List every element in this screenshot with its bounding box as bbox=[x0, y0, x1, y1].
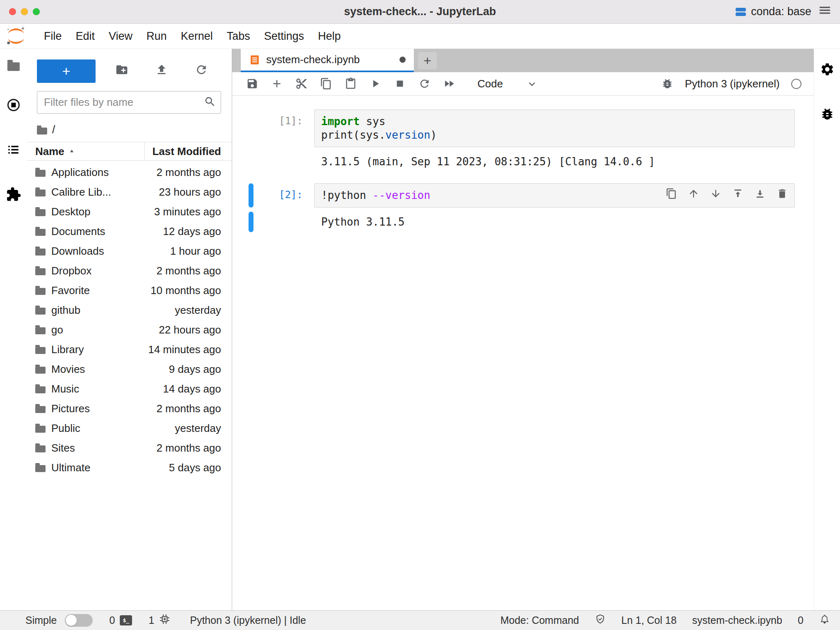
code-editor[interactable]: !python --version bbox=[314, 183, 795, 208]
file-row[interactable]: Music14 days ago bbox=[27, 379, 232, 399]
upload-button[interactable] bbox=[155, 63, 168, 79]
menu-settings[interactable]: Settings bbox=[257, 30, 311, 43]
column-header-modified[interactable]: Last Modified bbox=[152, 145, 221, 158]
file-row[interactable]: Desktop3 minutes ago bbox=[27, 202, 232, 221]
sidebar-tab-debugger[interactable] bbox=[820, 107, 835, 124]
hamburger-menu-button[interactable] bbox=[818, 3, 832, 20]
sidebar-tab-filebrowser[interactable] bbox=[7, 60, 20, 71]
move-cell-down-button[interactable] bbox=[710, 188, 721, 202]
menu-tabs[interactable]: Tabs bbox=[220, 30, 257, 43]
insert-cell-above-button[interactable] bbox=[732, 188, 744, 202]
conda-icon bbox=[735, 6, 747, 18]
move-cell-up-button[interactable] bbox=[688, 188, 699, 202]
folder-icon bbox=[35, 367, 46, 374]
cell-collapser[interactable] bbox=[249, 110, 253, 147]
kernel-status-text[interactable]: Python 3 (ipykernel) | Idle bbox=[190, 614, 306, 626]
new-folder-button[interactable] bbox=[115, 63, 128, 79]
output-collapser[interactable] bbox=[249, 151, 253, 172]
filter-files-input[interactable] bbox=[37, 91, 221, 114]
folder-icon bbox=[35, 465, 46, 472]
zoom-window-button[interactable] bbox=[33, 8, 40, 15]
new-launcher-button[interactable]: + bbox=[37, 59, 96, 83]
file-row[interactable]: githubyesterday bbox=[27, 300, 232, 320]
menu-edit[interactable]: Edit bbox=[69, 30, 102, 43]
conda-env-badge[interactable]: conda: base bbox=[735, 5, 811, 18]
folder-icon bbox=[35, 189, 46, 196]
file-row[interactable]: Pictures2 months ago bbox=[27, 399, 232, 418]
menu-kernel[interactable]: Kernel bbox=[174, 30, 220, 43]
notebook-file-icon bbox=[249, 54, 260, 66]
new-tab-button[interactable]: + bbox=[418, 52, 437, 69]
bell-icon[interactable] bbox=[819, 614, 830, 627]
minimize-window-button[interactable] bbox=[21, 8, 28, 15]
notification-count[interactable]: 0 bbox=[798, 614, 803, 626]
save-button[interactable] bbox=[246, 78, 258, 90]
delete-cell-button[interactable] bbox=[776, 188, 788, 202]
file-modified: yesterday bbox=[175, 304, 221, 317]
menu-help[interactable]: Help bbox=[311, 30, 348, 43]
gear-icon bbox=[820, 62, 835, 77]
file-row[interactable]: go22 hours ago bbox=[27, 320, 232, 340]
sidebar-tab-property-inspector[interactable] bbox=[820, 62, 835, 80]
file-name: Documents bbox=[51, 225, 105, 238]
copy-icon bbox=[320, 78, 332, 90]
file-row[interactable]: Library14 minutes ago bbox=[27, 340, 232, 359]
run-cell-button[interactable] bbox=[369, 78, 381, 90]
code-editor[interactable]: import sysprint(sys.version) bbox=[314, 110, 795, 147]
interrupt-kernel-button[interactable] bbox=[394, 78, 406, 90]
folder-icon bbox=[35, 308, 46, 315]
duplicate-cell-button[interactable] bbox=[666, 188, 677, 202]
file-row[interactable]: Sites2 months ago bbox=[27, 438, 232, 458]
tab-system-check-ipynb[interactable]: system-check.ipynb bbox=[241, 49, 414, 72]
paste-cell-button[interactable] bbox=[345, 78, 357, 90]
active-output-collapser[interactable] bbox=[249, 212, 253, 232]
debugger-toggle-button[interactable] bbox=[661, 78, 673, 90]
cell-type-dropdown[interactable]: Code bbox=[477, 78, 538, 90]
close-window-button[interactable] bbox=[9, 8, 16, 15]
sidebar-tab-extensions[interactable] bbox=[6, 187, 21, 205]
file-name: Calibre Lib... bbox=[51, 186, 111, 199]
file-row[interactable]: Dropbox2 months ago bbox=[27, 261, 232, 281]
file-row[interactable]: Ultimate5 days ago bbox=[27, 458, 232, 477]
refresh-files-button[interactable] bbox=[195, 63, 208, 79]
simple-mode-toggle[interactable] bbox=[65, 614, 93, 627]
insert-cell-button[interactable] bbox=[271, 78, 283, 90]
trash-icon bbox=[776, 188, 788, 199]
file-row[interactable]: Documents12 days ago bbox=[27, 221, 232, 241]
folder-icon bbox=[35, 347, 46, 354]
sidebar-tab-toc[interactable] bbox=[6, 142, 21, 160]
file-modified: 9 days ago bbox=[169, 363, 221, 376]
cut-cell-button[interactable] bbox=[295, 78, 308, 90]
breadcrumb[interactable]: / bbox=[27, 114, 232, 142]
cursor-position[interactable]: Ln 1, Col 18 bbox=[621, 614, 677, 626]
menu-view[interactable]: View bbox=[102, 30, 139, 43]
file-row[interactable]: Favorite10 months ago bbox=[27, 281, 232, 300]
kernel-sessions-icon[interactable] bbox=[159, 614, 170, 627]
restart-run-all-button[interactable] bbox=[443, 78, 455, 90]
plus-icon bbox=[271, 78, 283, 90]
file-row[interactable]: Movies9 days ago bbox=[27, 359, 232, 379]
file-row[interactable]: Applications2 months ago bbox=[27, 162, 232, 182]
file-row[interactable]: Downloads1 hour ago bbox=[27, 241, 232, 261]
file-list: Applications2 months ago Calibre Lib...2… bbox=[27, 161, 232, 610]
menu-file[interactable]: File bbox=[37, 30, 69, 43]
active-cell-collapser[interactable] bbox=[249, 183, 253, 208]
terminal-icon[interactable]: $_ bbox=[120, 615, 132, 625]
file-row[interactable]: Publicyesterday bbox=[27, 418, 232, 438]
folder-icon bbox=[35, 209, 46, 216]
breadcrumb-root[interactable]: / bbox=[52, 123, 55, 136]
kernel-name-button[interactable]: Python 3 (ipykernel) bbox=[685, 78, 780, 90]
file-name: Favorite bbox=[51, 284, 90, 297]
restart-kernel-button[interactable] bbox=[418, 78, 431, 90]
column-header-name[interactable]: Name bbox=[35, 142, 145, 160]
unsaved-changes-dot[interactable] bbox=[399, 57, 406, 63]
copy-cell-button[interactable] bbox=[320, 78, 332, 90]
file-row[interactable]: Calibre Lib...23 hours ago bbox=[27, 182, 232, 202]
terminals-count[interactable]: 0 bbox=[109, 614, 115, 626]
insert-cell-below-button[interactable] bbox=[754, 188, 766, 202]
kernels-count[interactable]: 1 bbox=[148, 614, 154, 626]
menu-run[interactable]: Run bbox=[139, 30, 174, 43]
sidebar-tab-running[interactable] bbox=[6, 97, 21, 116]
cell-output: 3.11.5 (main, Sep 11 2023, 08:31:25) [Cl… bbox=[314, 151, 795, 172]
hamburger-icon bbox=[818, 3, 832, 17]
